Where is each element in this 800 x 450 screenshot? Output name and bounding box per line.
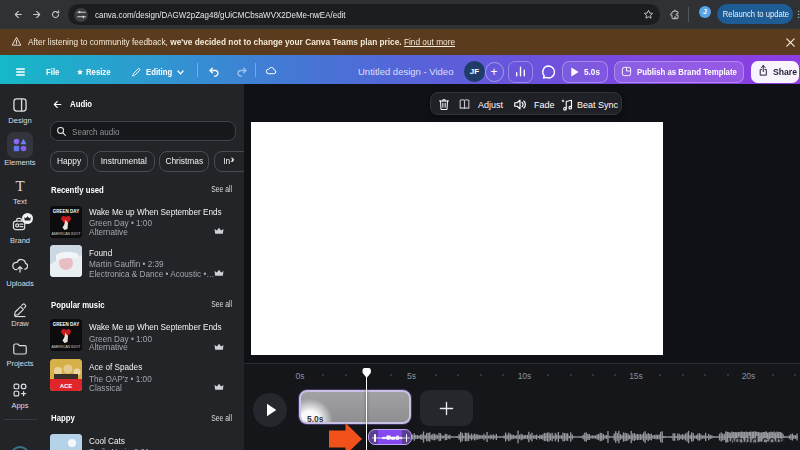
svg-text:AMERICAN IDIOT: AMERICAN IDIOT (52, 345, 82, 349)
svg-text:AMERICAN IDIOT: AMERICAN IDIOT (52, 232, 82, 236)
svg-text:GREEN DAY: GREEN DAY (53, 322, 79, 327)
svg-text:GREEN DAY: GREEN DAY (53, 209, 79, 214)
svg-text:ACE: ACE (60, 383, 73, 389)
